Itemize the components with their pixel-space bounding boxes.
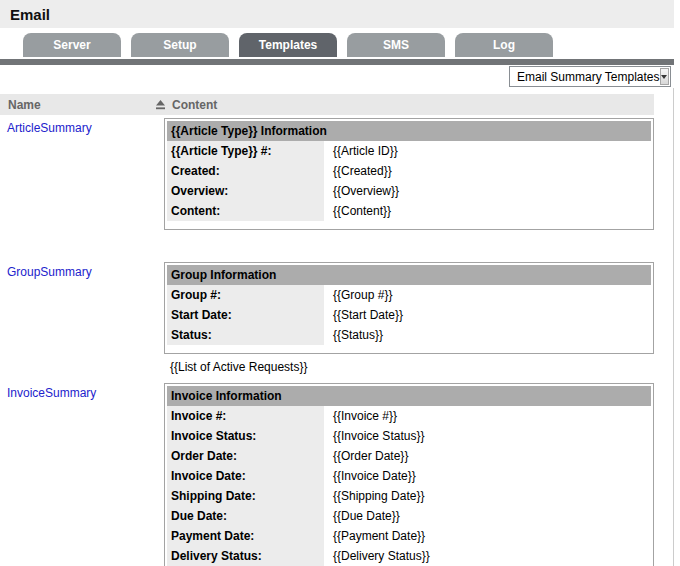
field-label: Shipping Date: <box>167 486 324 506</box>
template-field-row: Delivery Status: {{Delivery Status}} <box>167 546 651 566</box>
template-box-title: Group Information <box>167 265 651 285</box>
field-value: {{Order Date}} <box>324 449 408 463</box>
tab-sms[interactable]: SMS <box>347 33 445 57</box>
template-content-cell: Group Information Group #: {{Group #}} S… <box>164 259 654 374</box>
field-value: {{Due Date}} <box>324 509 400 523</box>
field-value: {{Delivery Status}} <box>324 549 430 563</box>
tab-setup[interactable]: Setup <box>131 33 229 57</box>
templates-list: Name Content ArticleSummary {{Article Ty… <box>0 94 654 566</box>
template-field-row: Due Date: {{Due Date}} <box>167 506 651 526</box>
list-header: Name Content <box>0 94 654 115</box>
template-preview-box: Invoice Information Invoice #: {{Invoice… <box>164 383 654 566</box>
template-field-row: Invoice Date: {{Invoice Date}} <box>167 466 651 486</box>
field-value: {{Invoice #}} <box>324 409 397 423</box>
template-type-select[interactable]: Email Summary Templates <box>509 66 671 87</box>
field-value: {{Article ID}} <box>324 144 398 158</box>
template-preview-box: Group Information Group #: {{Group #}} S… <box>164 262 654 354</box>
template-field-row: Payment Date: {{Payment Date}} <box>167 526 651 546</box>
field-label: Start Date: <box>167 305 324 325</box>
toolbar: Email Summary Templates <box>0 65 674 94</box>
field-value: {{Invoice Date}} <box>324 469 416 483</box>
content-right-border <box>673 88 674 566</box>
template-type-select-value: Email Summary Templates <box>510 70 660 84</box>
template-field-row: Status: {{Status}} <box>167 325 651 345</box>
field-label: Group #: <box>167 285 324 305</box>
template-field-row: Overview: {{Overview}} <box>167 181 651 201</box>
tab-log[interactable]: Log <box>455 33 553 57</box>
template-preview-box: {{Article Type}} Information {{Article T… <box>164 118 654 230</box>
field-label: Due Date: <box>167 506 324 526</box>
field-label: Payment Date: <box>167 526 324 546</box>
field-label: Order Date: <box>167 446 324 466</box>
field-value: {{Invoice Status}} <box>324 429 424 443</box>
tab-strip: Server Setup Templates SMS Log <box>0 28 674 57</box>
field-value: {{Payment Date}} <box>324 529 425 543</box>
template-row-groupsummary: GroupSummary Group Information Group #: … <box>0 259 654 374</box>
field-label: Content: <box>167 201 324 221</box>
field-value: {{Status}} <box>324 328 383 342</box>
template-name-link[interactable]: GroupSummary <box>7 265 92 279</box>
template-field-row: Group #: {{Group #}} <box>167 285 651 305</box>
field-value: {{Created}} <box>324 164 392 178</box>
field-label: Delivery Status: <box>167 546 324 566</box>
email-settings-panel: Email Server Setup Templates SMS Log Ema… <box>0 0 674 566</box>
column-header-name: Name <box>0 98 155 112</box>
column-header-content: Content <box>172 98 217 112</box>
template-name-link[interactable]: ArticleSummary <box>7 121 92 135</box>
template-field-row: Start Date: {{Start Date}} <box>167 305 651 325</box>
sort-ascending-icon[interactable] <box>155 99 166 110</box>
template-content-cell: Invoice Information Invoice #: {{Invoice… <box>164 380 654 566</box>
field-value: {{Content}} <box>324 204 391 218</box>
field-label: Invoice #: <box>167 406 324 426</box>
template-field-row: Content: {{Content}} <box>167 201 651 221</box>
field-label: {{Article Type}} #: <box>167 141 324 161</box>
template-box-title: {{Article Type}} Information <box>167 121 651 141</box>
field-value: {{Shipping Date}} <box>324 489 424 503</box>
field-label: Status: <box>167 325 324 345</box>
template-field-row: Invoice #: {{Invoice #}} <box>167 406 651 426</box>
page-header: Email <box>0 0 674 28</box>
template-name-cell: GroupSummary <box>0 259 164 374</box>
field-label: Overview: <box>167 181 324 201</box>
template-row-invoicesummary: InvoiceSummary Invoice Information Invoi… <box>0 380 654 566</box>
template-footer-text: {{List of Active Requests}} <box>164 360 654 374</box>
tab-server[interactable]: Server <box>23 33 121 57</box>
field-value: {{Group #}} <box>324 288 392 302</box>
template-content-cell: {{Article Type}} Information {{Article T… <box>164 115 654 230</box>
template-field-row: {{Article Type}} #: {{Article ID}} <box>167 141 651 161</box>
template-box-title: Invoice Information <box>167 386 651 406</box>
chevron-down-icon <box>661 75 667 79</box>
template-field-row: Order Date: {{Order Date}} <box>167 446 651 466</box>
template-row-articlesummary: ArticleSummary {{Article Type}} Informat… <box>0 115 654 230</box>
field-value: {{Start Date}} <box>324 308 403 322</box>
template-field-row: Invoice Status: {{Invoice Status}} <box>167 426 651 446</box>
field-value: {{Overview}} <box>324 184 399 198</box>
template-field-row: Shipping Date: {{Shipping Date}} <box>167 486 651 506</box>
template-name-cell: InvoiceSummary <box>0 380 164 566</box>
tab-templates[interactable]: Templates <box>239 33 337 57</box>
field-label: Created: <box>167 161 324 181</box>
template-name-cell: ArticleSummary <box>0 115 164 230</box>
field-label: Invoice Date: <box>167 466 324 486</box>
dropdown-arrow-button[interactable] <box>660 68 670 85</box>
page-title: Email <box>0 6 50 23</box>
field-label: Invoice Status: <box>167 426 324 446</box>
template-name-link[interactable]: InvoiceSummary <box>7 386 96 400</box>
template-field-row: Created: {{Created}} <box>167 161 651 181</box>
